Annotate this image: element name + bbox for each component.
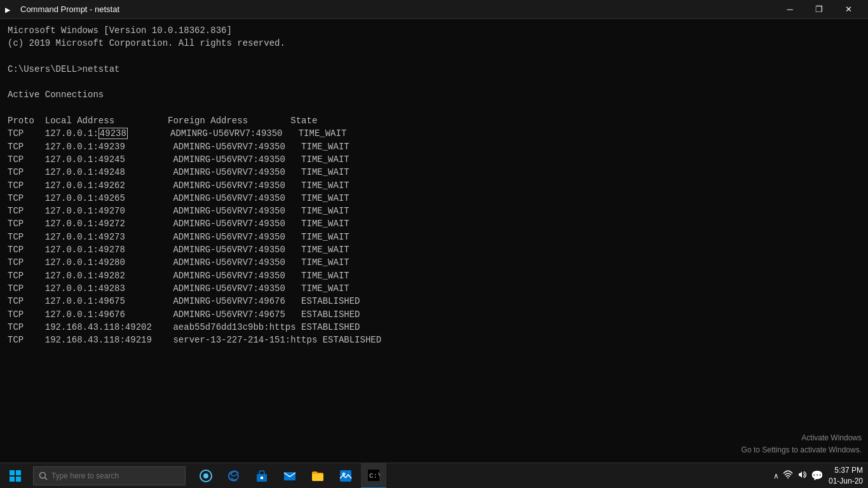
clock-date: 01-Jun-20 [829, 476, 863, 487]
version-line: Microsoft Windows [Version 10.0.18362.83… [8, 24, 860, 37]
speaker-icon [797, 470, 807, 480]
mail-app-icon [283, 469, 297, 483]
taskbar: C:\ ∧ [0, 463, 868, 488]
active-connections-label: Active Connections [8, 88, 860, 101]
table-row: TCP 127.0.0.1:49239 ADMINRG-U56VRV7:4935… [8, 140, 860, 153]
volume-icon[interactable] [797, 470, 807, 482]
windows-icon [10, 470, 21, 482]
table-row: TCP 192.168.43.118:49219 server-13-227-2… [8, 334, 860, 346]
table-row: TCP 127.0.0.1:49283 ADMINRG-U56VRV7:4935… [8, 282, 860, 295]
terminal-content: Microsoft Windows [Version 10.0.18362.83… [0, 19, 868, 463]
search-input[interactable] [51, 471, 166, 480]
taskbar-search[interactable] [33, 466, 186, 485]
svg-point-7 [203, 473, 208, 478]
cortana-icon[interactable] [193, 463, 219, 489]
copyright-line: (c) 2019 Microsoft Corporation. All righ… [8, 37, 860, 50]
cortana-circle-icon [199, 469, 213, 483]
search-icon [39, 471, 48, 480]
table-row: TCP 127.0.0.1:49245 ADMINRG-U56VRV7:4935… [8, 153, 860, 166]
store-icon[interactable] [249, 463, 275, 489]
cmd-icon: ▶ [5, 4, 15, 15]
notification-icon[interactable]: 💬 [811, 470, 824, 482]
edge-browser-icon [227, 469, 241, 483]
photos-app-icon [339, 469, 353, 483]
table-row: TCP 127.0.0.1:49272 ADMINRG-U56VRV7:4935… [8, 217, 860, 230]
table-row: TCP 127.0.0.1:49262 ADMINRG-U56VRV7:4935… [8, 179, 860, 192]
svg-rect-2 [10, 477, 15, 482]
highlighted-port: 49238 [98, 128, 128, 139]
tray-chevron[interactable]: ∧ [773, 471, 779, 480]
svg-point-15 [787, 477, 789, 478]
system-tray: ∧ 💬 [773, 470, 824, 482]
explorer-icon[interactable] [305, 463, 330, 489]
activate-line1: Activate Windows [742, 432, 862, 444]
table-row: TCP 127.0.0.1:49270 ADMINRG-U56VRV7:4935… [8, 205, 860, 217]
prompt-line: C:\Users\DELL>netstat [8, 63, 860, 76]
file-explorer-icon [311, 469, 325, 483]
svg-line-5 [45, 477, 48, 480]
minimize-button[interactable]: ─ [775, 0, 804, 19]
svg-rect-0 [10, 470, 15, 475]
rows-container: TCP 127.0.0.1:49238 ADMINRG-U56VRV7:4935… [8, 127, 860, 346]
system-clock[interactable]: 5:37 PM 01-Jun-20 [829, 465, 863, 487]
svg-rect-9 [261, 477, 263, 479]
table-row: TCP 127.0.0.1:49676 ADMINRG-U56VRV7:4967… [8, 308, 860, 321]
command-prompt-icon: C:\ [367, 469, 380, 482]
titlebar-title: Command Prompt - netstat [20, 4, 119, 14]
edge-icon[interactable] [221, 463, 247, 489]
activate-windows-watermark: Activate Windows Go to Settings to activ… [742, 432, 862, 456]
close-button[interactable]: ✕ [834, 0, 863, 19]
titlebar-left: ▶ Command Prompt - netstat [5, 4, 119, 15]
clock-time: 5:37 PM [829, 465, 863, 476]
svg-rect-1 [16, 470, 21, 475]
column-headers: Proto Local Address Foreign Address Stat… [8, 114, 860, 127]
svg-rect-3 [16, 477, 21, 482]
network-icon[interactable] [783, 470, 793, 482]
windows-store-icon [255, 469, 269, 483]
taskbar-right: ∧ 💬 5:37 P [773, 465, 868, 487]
start-button[interactable] [0, 463, 31, 489]
maximize-button[interactable]: ❐ [804, 0, 834, 19]
svg-text:C:\: C:\ [369, 472, 380, 480]
table-row: TCP 127.0.0.1:49278 ADMINRG-U56VRV7:4935… [8, 243, 860, 256]
taskbar-icons: C:\ [193, 463, 386, 489]
photos-icon[interactable] [333, 463, 358, 489]
cmd-taskbar-icon[interactable]: C:\ [361, 463, 386, 489]
table-row: TCP 127.0.0.1:49282 ADMINRG-U56VRV7:4935… [8, 269, 860, 282]
table-row: TCP 127.0.0.1:49675 ADMINRG-U56VRV7:4967… [8, 295, 860, 308]
titlebar: ▶ Command Prompt - netstat ─ ❐ ✕ [0, 0, 868, 19]
blank-line-2 [8, 76, 860, 88]
table-row: TCP 127.0.0.1:49248 ADMINRG-U56VRV7:4935… [8, 166, 860, 179]
titlebar-controls: ─ ❐ ✕ [775, 0, 863, 19]
activate-line2: Go to Settings to activate Windows. [742, 444, 862, 456]
mail-icon[interactable] [277, 463, 302, 489]
table-row: TCP 127.0.0.1:49265 ADMINRG-U56VRV7:4935… [8, 192, 860, 205]
blank-line-1 [8, 50, 860, 63]
table-row: TCP 127.0.0.1:49238 ADMINRG-U56VRV7:4935… [8, 127, 860, 140]
blank-line-3 [8, 102, 860, 114]
table-row: TCP 127.0.0.1:49280 ADMINRG-U56VRV7:4935… [8, 256, 860, 269]
wifi-icon [783, 470, 793, 480]
table-row: TCP 127.0.0.1:49273 ADMINRG-U56VRV7:4935… [8, 231, 860, 243]
table-row: TCP 192.168.43.118:49202 aeab55d76dd13c9… [8, 321, 860, 334]
svg-point-4 [40, 472, 46, 478]
